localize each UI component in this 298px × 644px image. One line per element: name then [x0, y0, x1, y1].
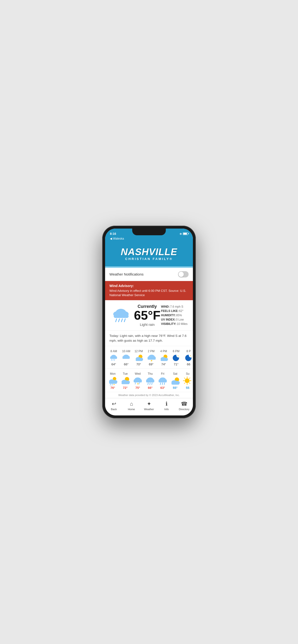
hour-temp: 69°: [149, 362, 154, 366]
hour-icon: [159, 354, 168, 362]
svg-point-34: [190, 356, 191, 356]
phone-frame: 8:16 ⌾ ◀ Waleska NASHVILLE CHRISTIAN FAM…: [102, 226, 196, 418]
svg-line-66: [162, 383, 163, 384]
daily-item: Tue 72°: [119, 371, 131, 390]
daily-item: Sat 55°: [169, 371, 181, 390]
status-left: 8:16: [110, 232, 116, 236]
svg-line-51: [135, 383, 135, 384]
nav-info[interactable]: ℹ Info: [159, 401, 174, 411]
svg-line-59: [150, 383, 150, 384]
phone-screen: 8:16 ⌾ ◀ Waleska NASHVILLE CHRISTIAN FAM…: [105, 228, 193, 416]
day-label: Thu: [148, 372, 153, 376]
nav-back[interactable]: ↩ Back: [107, 401, 121, 411]
weather-attribution: Weather data provided by © 2023 AccuWeat…: [105, 392, 193, 398]
day-icon: [183, 376, 192, 385]
day-high: 55: [186, 386, 189, 390]
svg-line-4: [116, 319, 117, 322]
hour-label: 12 PM: [135, 350, 143, 353]
svg-line-60: [152, 383, 152, 384]
day-label: Su: [186, 372, 190, 376]
uv-value: 0 Low: [176, 318, 184, 321]
daily-forecast: Mon 76° Tue 72° Wed 75° Thu: [105, 369, 193, 392]
day-high: 66°: [148, 386, 153, 390]
svg-line-5: [118, 319, 119, 322]
notifications-toggle[interactable]: [178, 271, 189, 278]
humidity-value: 85%: [176, 314, 182, 317]
nav-weather[interactable]: ✦ Weather: [142, 401, 156, 411]
feels-like-detail: FEELS LIKE: 62°: [161, 309, 189, 313]
notifications-label: Weather Notifications: [109, 272, 143, 276]
day-label: Mon: [110, 372, 115, 376]
visibility-detail: VISIBILITY: 10 Miles: [161, 322, 189, 326]
hour-label: 4 PM: [160, 350, 167, 353]
notch: [132, 228, 166, 235]
weather-main: Currently 65°F Light rain: [133, 304, 161, 326]
svg-rect-26: [147, 358, 156, 360]
brand-subtitle: CHRISTIAN FAMILY®: [110, 257, 188, 261]
hour-temp: 64°: [111, 362, 116, 366]
directory-icon: ☎: [181, 401, 187, 407]
day-high: 63°: [160, 386, 165, 390]
hourly-item: 4 PM 74°: [158, 348, 170, 367]
nav-info-label: Info: [164, 408, 169, 411]
svg-point-35: [191, 357, 192, 358]
hourly-item: 8 AM 64°: [107, 348, 120, 367]
nav-back-label: Back: [111, 408, 117, 411]
svg-rect-18: [122, 357, 129, 359]
carrier-name: Waleska: [113, 237, 124, 240]
condition-label: Light rain: [133, 322, 161, 326]
svg-marker-42: [113, 384, 115, 385]
svg-point-32: [178, 356, 179, 356]
svg-rect-71: [172, 383, 180, 385]
hour-label: 8 AM: [110, 350, 117, 353]
svg-marker-27: [151, 360, 153, 362]
day-label: Fri: [161, 372, 164, 376]
svg-rect-11: [110, 358, 117, 359]
back-arrow-carrier[interactable]: ◀: [110, 237, 112, 240]
svg-rect-57: [146, 381, 154, 382]
uv-label: UV INDEX:: [161, 318, 176, 321]
day-icon: [120, 376, 130, 385]
day-label: Wed: [135, 372, 140, 376]
status-time: 8:16: [110, 232, 116, 236]
hour-temp: 74°: [161, 362, 166, 366]
hourly-item: 12 PM 70°: [132, 348, 145, 367]
feels-like-label: FEELS LIKE:: [161, 309, 179, 313]
temperature-display: 65°F: [133, 309, 161, 322]
hourly-container: 8 AM 64° 10 AM 66° 12 PM 70° 2 PM: [105, 348, 193, 367]
daily-item: Thu 66°: [144, 371, 157, 390]
hour-icon: [134, 354, 143, 362]
info-icon: ℹ: [166, 401, 168, 407]
svg-line-6: [121, 319, 122, 322]
day-high: 72°: [123, 386, 128, 390]
wind-value: 7.6 mph S: [170, 305, 183, 308]
nav-home[interactable]: ⌂ Home: [124, 401, 139, 411]
svg-line-79: [189, 378, 190, 378]
svg-rect-3: [114, 314, 129, 318]
bottom-nav: ↩ Back ⌂ Home ✦ Weather ℹ Info ☎ Directo…: [105, 398, 193, 416]
day-high: 76°: [110, 386, 115, 390]
humidity-detail: HUMIDITY: 85%: [161, 314, 189, 317]
svg-line-7: [124, 319, 125, 322]
nav-weather-label: Weather: [144, 408, 154, 411]
svg-point-33: [179, 357, 179, 358]
battery-icon: [183, 232, 188, 235]
daily-item: Su 55: [181, 371, 193, 390]
advisory-title: Wind Advisory:: [109, 284, 189, 288]
daily-item: Fri 63°: [157, 371, 169, 390]
battery-fill: [183, 233, 187, 234]
visibility-value: 10 Miles: [177, 322, 188, 326]
day-high: 55°: [173, 386, 178, 390]
hour-temp: 66°: [124, 362, 129, 366]
svg-rect-64: [159, 381, 167, 382]
daily-item: Wed 75°: [131, 371, 144, 390]
advisory-text: Wind Advisory in effect until 6:00 PM CS…: [109, 289, 189, 297]
hour-label: 10 AM: [122, 350, 130, 353]
svg-line-40: [110, 384, 111, 385]
humidity-label: HUMIDITY:: [161, 314, 176, 317]
svg-rect-46: [122, 382, 129, 384]
nav-directory-label: Directory: [179, 408, 189, 411]
day-label: Tue: [123, 372, 128, 376]
nav-directory[interactable]: ☎ Directory: [177, 401, 191, 411]
svg-line-65: [160, 383, 161, 384]
